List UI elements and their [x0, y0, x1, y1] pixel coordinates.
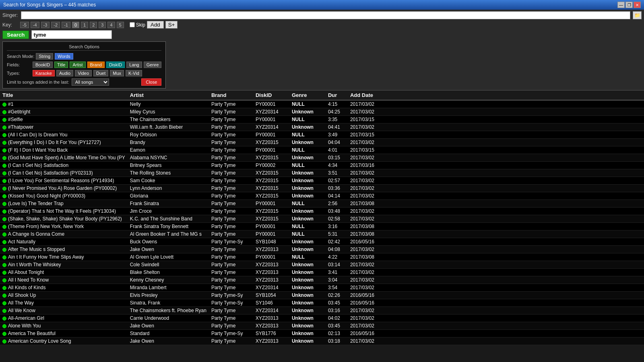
cell-genre: Unknown — [289, 261, 326, 269]
restore-button[interactable]: ❐ — [625, 2, 633, 8]
cell-title: #Getitright — [0, 108, 128, 116]
field-bookid[interactable]: BookID — [33, 62, 53, 68]
key-plus1[interactable]: 1 — [81, 22, 88, 28]
table-row[interactable]: (All I Can Do) Is Dream You Roy Orbison … — [0, 131, 644, 139]
table-row[interactable]: Act Naturally Buck Owens Party Tyme-Sy S… — [0, 238, 644, 246]
cell-diskid: XYZ20315 — [253, 215, 289, 223]
singer-input[interactable] — [21, 11, 630, 19]
key-plus5[interactable]: 5 — [117, 22, 124, 28]
type-video[interactable]: Video — [75, 70, 92, 76]
cell-genre: Unknown — [289, 185, 326, 192]
types-label: Types: — [7, 71, 31, 76]
close-button[interactable]: ✕ — [634, 2, 641, 8]
cell-dur: 3:16 — [326, 223, 348, 230]
options-close-button[interactable]: Close — [141, 78, 161, 86]
key-minus4[interactable]: -4 — [31, 22, 39, 28]
field-lang[interactable]: Lang — [126, 62, 142, 68]
cell-extra — [384, 223, 644, 230]
table-row[interactable]: (Love Is) The Tender Trap Frank Sinatra … — [0, 200, 644, 208]
s-plus-button[interactable]: S+ — [165, 21, 178, 29]
table-wrapper[interactable]: Title Artist Brand DiskID Genre Dur Add … — [0, 90, 644, 362]
table-row[interactable]: All I Need To Know Kenny Chesney Party T… — [0, 276, 644, 284]
table-row[interactable]: (Kissed You) Good Night (PY00003) Gloria… — [0, 192, 644, 200]
cell-dur: 03:45 — [326, 299, 348, 307]
cell-adddate: 2017/03/02 — [348, 246, 384, 253]
key-zero[interactable]: 0 — [72, 22, 79, 28]
options-title: Search Options — [7, 44, 161, 51]
status-dot — [2, 301, 6, 305]
table-row[interactable]: (Shake, Shake, Shake) Shake Your Booty (… — [0, 215, 644, 223]
cell-title: (Operator) That s Not The Way It Feels (… — [0, 208, 128, 215]
table-row[interactable]: #Thatpower Will.i.am ft. Justin Bieber P… — [0, 123, 644, 131]
table-row[interactable]: (Theme From) New York, New York Frank Si… — [0, 223, 644, 230]
type-duet[interactable]: Duet — [93, 70, 108, 76]
cell-extra — [384, 322, 644, 330]
search-button[interactable]: Search — [2, 31, 29, 39]
folder-button[interactable]: 📁 — [633, 11, 642, 19]
field-brand[interactable]: Brand — [87, 62, 105, 68]
skip-checkbox[interactable] — [130, 22, 135, 27]
mode-string[interactable]: String — [36, 53, 53, 60]
cell-dur: 02:58 — [326, 215, 348, 223]
field-title[interactable]: Title — [54, 62, 68, 68]
key-plus4[interactable]: 4 — [107, 22, 115, 28]
table-row[interactable]: America The Beautiful Standard Party Tym… — [0, 330, 644, 337]
table-row[interactable]: (F It) I Don t Want You Back Eamon Party… — [0, 146, 644, 154]
key-minus3[interactable]: -3 — [41, 22, 50, 28]
table-row[interactable]: (I Can t Get No) Satisfaction (PY02313) … — [0, 169, 644, 177]
table-row[interactable]: Ain t It Funny How Time Slips Away Al Gr… — [0, 253, 644, 261]
table-row[interactable]: All Shook Up Elvis Presley Party Tyme-Sy… — [0, 292, 644, 299]
cell-extra — [384, 238, 644, 246]
cell-extra — [384, 276, 644, 284]
cell-artist: Cole Swindell — [128, 261, 209, 269]
type-mux[interactable]: Mux — [110, 70, 124, 76]
table-row[interactable]: #Getitright Miley Cyrus Party Tyme XYZ20… — [0, 108, 644, 116]
table-row[interactable]: (I Can t Get No) Satisfaction Britney Sp… — [0, 162, 644, 169]
table-row[interactable]: Alone With You Jake Owen Party Tyme XYZ2… — [0, 322, 644, 330]
table-row[interactable]: All We Know The Chainsmokers ft. Phoebe … — [0, 307, 644, 315]
table-row[interactable]: (Operator) That s Not The Way It Feels (… — [0, 208, 644, 215]
table-row[interactable]: #Selfie The Chainsmokers Party Tyme PY00… — [0, 116, 644, 123]
table-row[interactable]: Ain t Worth The Whiskey Cole Swindell Pa… — [0, 261, 644, 269]
cell-adddate: 2016/05/16 — [348, 292, 384, 299]
cell-adddate: 2017/03/02 — [348, 315, 384, 322]
limit-select[interactable]: All songs Last 7 days Last 30 days Last … — [72, 78, 109, 86]
cell-title: All Shook Up — [0, 292, 128, 299]
cell-diskid: XYZ20313 — [253, 246, 289, 253]
table-row[interactable]: American Country Love Song Jake Owen Par… — [0, 337, 644, 345]
table-row[interactable]: A Change Is Gonna Come Al Green Booker T… — [0, 230, 644, 238]
field-artist[interactable]: Artist — [70, 62, 85, 68]
field-genre[interactable]: Genre — [144, 62, 162, 68]
table-row[interactable]: (I Never Promised You A) Rose Garden (PY… — [0, 185, 644, 192]
add-button[interactable]: Add — [147, 21, 164, 29]
key-minus2[interactable]: -2 — [51, 22, 60, 28]
table-row[interactable]: All Kinds of Kinds Miranda Lambert Party… — [0, 284, 644, 292]
type-kvid[interactable]: K-Vid — [126, 70, 142, 76]
table-row[interactable]: All-American Girl Carrie Underwood Party… — [0, 315, 644, 322]
cell-genre: Unknown — [289, 215, 326, 223]
key-minus5[interactable]: -5 — [20, 22, 29, 28]
key-plus2[interactable]: 2 — [90, 22, 97, 28]
key-minus1[interactable]: -1 — [62, 22, 70, 28]
cell-artist: Blake Shelton — [128, 269, 209, 276]
cell-genre: Unknown — [289, 108, 326, 116]
table-row[interactable]: (Everything I Do) I Do It For You (PY127… — [0, 139, 644, 146]
songs-table: Title Artist Brand DiskID Genre Dur Add … — [0, 90, 644, 345]
type-audio[interactable]: Audio — [56, 70, 73, 76]
table-row[interactable]: (God Must Have Spent) A Little More Time… — [0, 154, 644, 162]
minimize-button[interactable]: — — [617, 2, 625, 8]
table-row[interactable]: After The Music s Stopped Jake Owen Part… — [0, 246, 644, 253]
field-diskid[interactable]: DiskID — [106, 62, 125, 68]
status-dot — [2, 110, 6, 114]
mode-words[interactable]: Words — [55, 53, 73, 60]
table-row[interactable]: All The Way Sinatra, Frank Party Tyme-Sy… — [0, 299, 644, 307]
key-plus3[interactable]: 3 — [99, 22, 106, 28]
search-input[interactable] — [31, 30, 112, 39]
table-row[interactable]: All About Tonight Blake Shelton Party Ty… — [0, 269, 644, 276]
table-row[interactable]: (I Love You) For Sentimental Reasons (PY… — [0, 177, 644, 185]
cell-dur: 04:25 — [326, 108, 348, 116]
key-row: Key: -5 -4 -3 -2 -1 0 1 2 3 4 5 Skip Add… — [2, 21, 642, 29]
cell-brand: Party Tyme — [209, 192, 253, 200]
type-karaoke[interactable]: Karaoke — [33, 70, 55, 76]
table-row[interactable]: #1 Nelly Party Tyme PY00001 NULL 4:15 20… — [0, 100, 644, 108]
